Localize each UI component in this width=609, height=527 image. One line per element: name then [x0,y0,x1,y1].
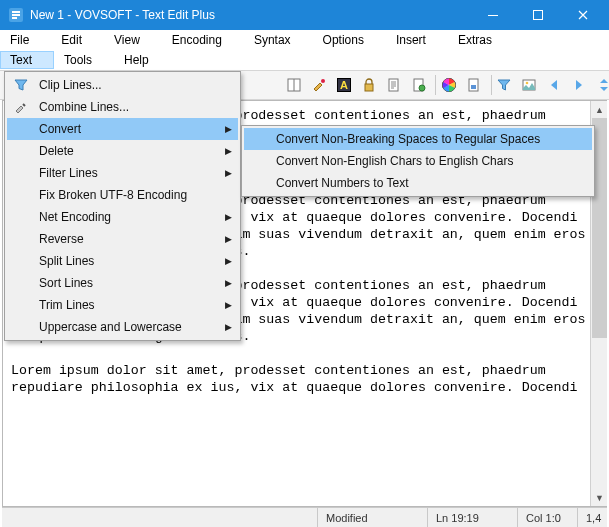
submenu-arrow-icon: ▶ [225,256,232,266]
status-line: Ln 19:19 [427,508,517,527]
svg-point-20 [419,85,425,91]
status-bar: Modified Ln 19:19 Col 1:0 1,4 [2,507,607,527]
minimize-button[interactable] [470,0,515,30]
toolbar-right-arrow-icon[interactable] [568,74,590,96]
menu-item-fix-utf8[interactable]: Fix Broken UTF-8 Encoding [7,184,238,206]
toolbar-separator [491,75,492,95]
toolbar-left-arrow-icon[interactable] [543,74,565,96]
menu-item-label: Convert Non-English Chars to English Cha… [276,154,513,168]
menu-item-convert[interactable]: Convert ▶ [7,118,238,140]
menu-item-label: Convert Non-Breaking Spaces to Regular S… [276,132,540,146]
menu-item-convert-nbsp[interactable]: Convert Non-Breaking Spaces to Regular S… [244,128,592,150]
scroll-up-arrow-icon[interactable]: ▲ [591,101,608,118]
svg-rect-18 [389,79,398,91]
menu-syntax[interactable]: Syntax [244,31,313,49]
svg-rect-17 [365,84,373,91]
toolbar-separator [435,75,436,95]
scroll-down-arrow-icon[interactable]: ▼ [591,489,608,506]
submenu-arrow-icon: ▶ [225,212,232,222]
menu-insert[interactable]: Insert [386,31,448,49]
window-controls [470,0,605,30]
menu-file[interactable]: File [0,31,51,49]
title-bar: New 1 - VOVSOFT - Text Edit Plus [0,0,609,30]
menu-item-combine-lines[interactable]: Combine Lines... [7,96,238,118]
toolbar-updown-icon[interactable] [593,74,609,96]
menu-row-1: File Edit View Encoding Syntax Options I… [0,30,609,50]
svg-text:A: A [340,79,348,91]
submenu-arrow-icon: ▶ [225,322,232,332]
menu-extras[interactable]: Extras [448,31,514,49]
menu-tools[interactable]: Tools [54,51,114,69]
menu-item-uppercase-lowercase[interactable]: Uppercase and Lowercase ▶ [7,316,238,338]
svg-rect-1 [488,15,498,16]
menu-edit[interactable]: Edit [51,31,104,49]
menu-item-label: Sort Lines [39,276,93,290]
menu-item-net-encoding[interactable]: Net Encoding ▶ [7,206,238,228]
menu-item-label: Clip Lines... [39,78,102,92]
menu-item-filter-lines[interactable]: Filter Lines ▶ [7,162,238,184]
toolbar-brush-icon[interactable] [308,74,330,96]
menu-item-label: Convert [39,122,81,136]
svg-point-14 [321,79,325,83]
menu-text[interactable]: Text [0,51,54,69]
svg-point-26 [526,82,529,85]
window-title: New 1 - VOVSOFT - Text Edit Plus [30,8,470,22]
submenu-arrow-icon: ▶ [225,234,232,244]
menu-item-label: Filter Lines [39,166,98,180]
toolbar-doc1-icon[interactable] [383,74,405,96]
svg-rect-2 [533,11,542,20]
menu-item-sort-lines[interactable]: Sort Lines ▶ [7,272,238,294]
menu-item-delete[interactable]: Delete ▶ [7,140,238,162]
menu-item-reverse[interactable]: Reverse ▶ [7,228,238,250]
menu-item-label: Split Lines [39,254,94,268]
toolbar-funnel-icon[interactable] [493,74,515,96]
menu-bar: File Edit View Encoding Syntax Options I… [0,30,609,70]
submenu-arrow-icon: ▶ [225,146,232,156]
toolbar-font-icon[interactable]: A [333,74,355,96]
submenu-arrow-icon: ▶ [225,124,232,134]
status-sel: 1,4 [577,508,607,527]
menu-item-label: Trim Lines [39,298,95,312]
toolbar-doc3-icon[interactable] [463,74,485,96]
toolbar-book-icon[interactable] [283,74,305,96]
menu-item-label: Reverse [39,232,84,246]
menu-help[interactable]: Help [114,51,171,69]
menu-item-label: Delete [39,144,74,158]
menu-view[interactable]: View [104,31,162,49]
menu-item-label: Fix Broken UTF-8 Encoding [39,188,187,202]
menu-item-convert-nonenglish[interactable]: Convert Non-English Chars to English Cha… [244,150,592,172]
toolbar-image-icon[interactable] [518,74,540,96]
status-modified: Modified [317,508,427,527]
menu-encoding[interactable]: Encoding [162,31,244,49]
maximize-button[interactable] [515,0,560,30]
convert-submenu-dropdown: Convert Non-Breaking Spaces to Regular S… [241,125,595,197]
toolbar-doc2-icon[interactable] [408,74,430,96]
menu-item-trim-lines[interactable]: Trim Lines ▶ [7,294,238,316]
submenu-arrow-icon: ▶ [225,168,232,178]
status-col: Col 1:0 [517,508,577,527]
menu-item-label: Uppercase and Lowercase [39,320,182,334]
menu-item-label: Combine Lines... [39,100,129,114]
app-icon [8,7,24,23]
menu-item-label: Net Encoding [39,210,111,224]
svg-rect-24 [471,85,476,89]
close-button[interactable] [560,0,605,30]
brush-icon [12,100,30,114]
toolbar-colorwheel-icon[interactable] [438,74,460,96]
menu-row-2: Text Tools Help [0,50,609,70]
menu-item-clip-lines[interactable]: Clip Lines... [7,74,238,96]
submenu-arrow-icon: ▶ [225,300,232,310]
toolbar-lock-icon[interactable] [358,74,380,96]
funnel-icon [12,78,30,92]
menu-options[interactable]: Options [313,31,386,49]
menu-item-convert-numbers[interactable]: Convert Numbers to Text [244,172,592,194]
text-menu-dropdown: Clip Lines... Combine Lines... Convert ▶… [4,71,241,341]
submenu-arrow-icon: ▶ [225,278,232,288]
menu-item-label: Convert Numbers to Text [276,176,409,190]
menu-item-split-lines[interactable]: Split Lines ▶ [7,250,238,272]
